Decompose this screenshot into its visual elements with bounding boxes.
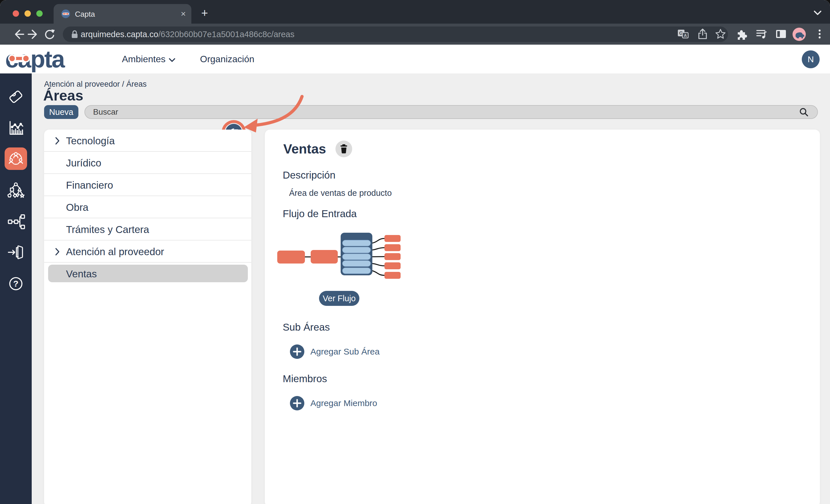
lock-icon[interactable] bbox=[71, 30, 78, 40]
list-item-atencion-al-proveedor[interactable]: Atención al proveedor bbox=[44, 240, 251, 263]
add-subarea-button[interactable]: Agregar Sub Área bbox=[290, 344, 380, 359]
delete-area-button[interactable] bbox=[336, 140, 352, 157]
sidebar-areas-active[interactable] bbox=[5, 147, 27, 170]
search-input[interactable] bbox=[85, 105, 818, 119]
list-item-financiero[interactable]: Financiero bbox=[44, 174, 251, 196]
sidebar-analytics-icon[interactable] bbox=[7, 119, 25, 138]
tab-title: Capta bbox=[75, 10, 95, 19]
list-item-label: Atención al proveedor bbox=[66, 240, 164, 263]
entry-flow-diagram bbox=[274, 230, 406, 282]
subareas-heading: Sub Áreas bbox=[283, 322, 330, 333]
area-detail-title: Ventas bbox=[283, 141, 326, 157]
sidebar-ticket-icon[interactable] bbox=[7, 88, 25, 106]
list-item-tecnologia[interactable]: Tecnología bbox=[44, 130, 251, 152]
app-sidebar: ? bbox=[0, 73, 32, 504]
list-item-ventas-selected[interactable]: Ventas bbox=[44, 263, 251, 285]
nav-organizacion[interactable]: Organización bbox=[200, 45, 254, 73]
url-bar[interactable]: arquimedes.capta.co/6320b60b07e1a5001a48… bbox=[63, 27, 728, 42]
capta-logo[interactable]: capta bbox=[5, 47, 80, 71]
tab-overview-chevron-icon[interactable] bbox=[813, 10, 822, 17]
browser-window: Capta × + arquimedes.capta.co/6320b60b07… bbox=[0, 0, 830, 504]
browser-tab-strip: Capta × + bbox=[0, 0, 830, 24]
reload-button[interactable] bbox=[43, 28, 55, 40]
add-member-button[interactable]: Agregar Miembro bbox=[290, 396, 377, 411]
capta-favicon-icon bbox=[61, 9, 70, 19]
list-item-obra[interactable]: Obra bbox=[44, 196, 251, 218]
back-button[interactable] bbox=[13, 28, 25, 40]
minimize-window-button[interactable] bbox=[25, 10, 31, 17]
url-domain: arquimedes.capta.co bbox=[81, 30, 158, 39]
sidebar-logout-door-icon[interactable] bbox=[7, 243, 25, 262]
bookmark-star-icon[interactable] bbox=[715, 28, 726, 40]
close-window-button[interactable] bbox=[13, 10, 19, 17]
forward-button[interactable] bbox=[27, 28, 39, 40]
list-item-label: Financiero bbox=[66, 174, 113, 196]
extensions-puzzle-icon[interactable] bbox=[735, 28, 747, 40]
fullscreen-window-button[interactable] bbox=[36, 10, 43, 17]
sidebar-help-icon[interactable]: ? bbox=[7, 274, 25, 293]
areas-list-panel: Tecnología Jurídico Financiero Obra Trám… bbox=[44, 130, 251, 504]
playlist-music-icon[interactable] bbox=[756, 28, 767, 40]
members-heading: Miembros bbox=[283, 373, 327, 384]
nav-organizacion-label: Organización bbox=[200, 54, 254, 64]
chevron-right-icon[interactable] bbox=[55, 136, 60, 146]
chevron-down-icon bbox=[169, 45, 175, 73]
list-item-label: Obra bbox=[66, 196, 89, 218]
add-subarea-label: Agregar Sub Área bbox=[310, 347, 380, 357]
team-network-icon bbox=[7, 150, 24, 167]
url-text: arquimedes.capta.co/6320b60b07e1a5001a48… bbox=[81, 30, 294, 39]
app-header: capta Ambientes Organización N bbox=[0, 45, 830, 73]
list-item-label: Ventas bbox=[66, 263, 97, 285]
description-text: Área de ventas de producto bbox=[289, 188, 392, 198]
browser-toolbar: arquimedes.capta.co/6320b60b07e1a5001a48… bbox=[0, 24, 830, 45]
list-item-label: Jurídico bbox=[66, 152, 101, 174]
browser-menu-dots-icon[interactable] bbox=[814, 28, 825, 40]
sidebar-decision-tree-icon[interactable] bbox=[7, 182, 25, 200]
main-content: ? Atención al proveedor / Áreas Áreas Nu… bbox=[0, 73, 830, 504]
side-panel-icon[interactable] bbox=[775, 28, 787, 40]
list-item-label: Trámites y Cartera bbox=[66, 218, 149, 240]
url-path: /6320b60b07e1a5001a486c8c/areas bbox=[158, 30, 294, 39]
browser-profile-avatar[interactable] bbox=[793, 28, 806, 41]
new-area-button[interactable]: Nueva bbox=[44, 105, 78, 119]
list-item-juridico[interactable]: Jurídico bbox=[44, 152, 251, 174]
translate-icon[interactable]: GA bbox=[677, 28, 689, 40]
user-avatar[interactable]: N bbox=[802, 51, 820, 68]
chevron-right-icon[interactable] bbox=[55, 247, 60, 257]
area-detail-panel: Ventas Descripción Área de ventas de pro… bbox=[265, 130, 820, 504]
plus-circle-icon bbox=[290, 344, 305, 359]
browser-tab[interactable]: Capta × bbox=[54, 4, 191, 24]
search-field bbox=[85, 105, 818, 119]
trash-icon bbox=[340, 144, 348, 154]
share-icon[interactable] bbox=[697, 28, 708, 40]
description-heading: Descripción bbox=[283, 169, 336, 181]
logo-dumbbell-icon bbox=[5, 47, 43, 71]
list-item-label: Tecnología bbox=[66, 130, 115, 152]
add-member-label: Agregar Miembro bbox=[310, 398, 377, 408]
nav-ambientes[interactable]: Ambientes bbox=[122, 45, 175, 73]
search-icon[interactable] bbox=[799, 108, 808, 116]
close-tab-icon[interactable]: × bbox=[178, 9, 189, 19]
sidebar-workflow-icon[interactable] bbox=[7, 212, 25, 231]
page-title: Áreas bbox=[43, 87, 83, 104]
flow-heading: Flujo de Entrada bbox=[283, 208, 357, 220]
list-item-tramites-y-cartera[interactable]: Trámites y Cartera bbox=[44, 218, 251, 240]
svg-text:?: ? bbox=[13, 279, 19, 288]
nav-ambientes-label: Ambientes bbox=[122, 54, 165, 64]
new-tab-button[interactable]: + bbox=[198, 7, 211, 20]
view-flow-button[interactable]: Ver Flujo bbox=[319, 291, 359, 306]
svg-text:A: A bbox=[684, 33, 687, 38]
plus-circle-icon bbox=[290, 396, 305, 411]
